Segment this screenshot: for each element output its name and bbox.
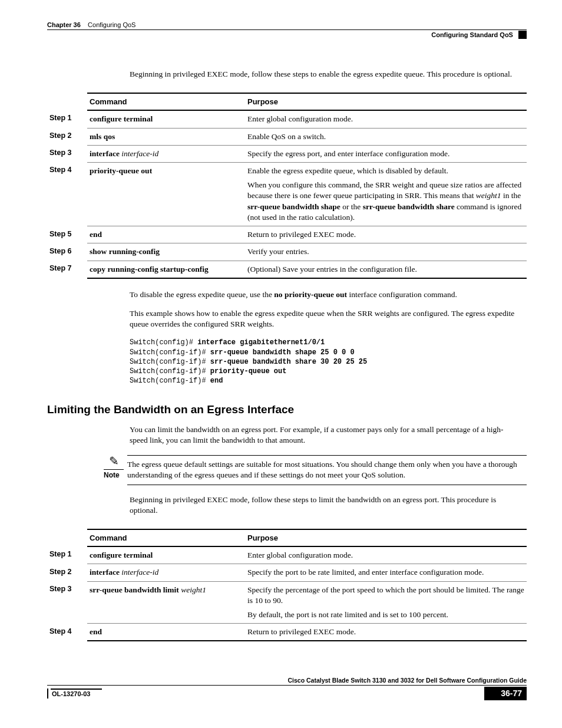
table-row: Step 1configure terminalEnter global con…: [47, 110, 527, 128]
purpose-cell: Enable QoS on a switch.: [245, 128, 527, 145]
chapter-prefix: Chapter 36: [47, 21, 81, 28]
section2-intro2: Beginning in privileged EXEC mode, follo…: [130, 495, 521, 516]
cli-example: Switch(config)# interface gigabitetherne…: [130, 338, 527, 386]
steps-table-2: Command Purpose Step 1configure terminal…: [47, 529, 527, 641]
chapter-title: Configuring QoS: [88, 21, 135, 28]
command-cell: show running-config: [87, 243, 245, 261]
purpose-cell: Enter global configuration mode.: [245, 110, 527, 128]
purpose-cell: Specify the egress port, and enter inter…: [245, 145, 527, 162]
footer-page-number: 36-77: [484, 687, 527, 700]
purpose-cell: Specify the port to be rate limited, and…: [245, 564, 527, 581]
th-purpose-2: Purpose: [245, 529, 527, 546]
section-heading-limiting: Limiting the Bandwidth on an Egress Inte…: [47, 403, 527, 416]
command-cell: end: [87, 624, 245, 641]
command-cell: configure terminal: [87, 110, 245, 128]
table-row: Step 5endReturn to privileged EXEC mode.: [47, 226, 527, 243]
command-cell: srr-queue bandwidth limit weight1: [87, 581, 245, 624]
th-command-2: Command: [87, 529, 245, 546]
table-row: Step 6show running-configVerify your ent…: [47, 243, 527, 261]
purpose-cell: (Optional) Save your entries in the conf…: [245, 261, 527, 278]
step-label: Step 1: [47, 546, 87, 564]
table-row: Step 7copy running-config startup-config…: [47, 261, 527, 278]
footer-guide-title: Cisco Catalyst Blade Switch 3130 and 303…: [47, 677, 527, 686]
note-text: The egress queue default settings are su…: [127, 455, 527, 485]
after-table-p1: To disable the egress expedite queue, us…: [130, 289, 521, 300]
step-label: Step 3: [47, 145, 87, 162]
step-label: Step 3: [47, 581, 87, 624]
purpose-cell: Enable the egress expedite queue, which …: [245, 162, 527, 226]
chapter-line: Chapter 36 Configuring QoS: [47, 21, 527, 28]
table-row: Step 3srr-queue bandwidth limit weight1S…: [47, 581, 527, 624]
table-row: Step 1configure terminalEnter global con…: [47, 546, 527, 564]
table-row: Step 2interface interface-idSpecify the …: [47, 564, 527, 581]
section-header: Configuring Standard QoS: [47, 31, 527, 39]
command-cell: mls qos: [87, 128, 245, 145]
step-label: Step 4: [47, 162, 87, 226]
step-label: Step 2: [47, 564, 87, 581]
command-cell: interface interface-id: [87, 564, 245, 581]
step-label: Step 4: [47, 624, 87, 641]
purpose-cell: Return to privileged EXEC mode.: [245, 226, 527, 243]
th-command: Command: [87, 93, 245, 110]
purpose-cell: Return to privileged EXEC mode.: [245, 624, 527, 641]
step-label: Step 2: [47, 128, 87, 145]
table-row: Step 3interface interface-idSpecify the …: [47, 145, 527, 162]
purpose-cell: Enter global configuration mode.: [245, 546, 527, 564]
footer: Cisco Catalyst Blade Switch 3130 and 303…: [47, 677, 527, 700]
command-cell: end: [87, 226, 245, 243]
footer-doc-id: OL-13270-03: [51, 689, 102, 697]
section-header-text: Configuring Standard QoS: [431, 31, 513, 38]
header-rule: Chapter 36 Configuring QoS: [47, 21, 527, 30]
step-label: Step 1: [47, 110, 87, 128]
pencil-icon: ✎: [104, 455, 124, 470]
command-cell: configure terminal: [87, 546, 245, 564]
step-label: Step 7: [47, 261, 87, 278]
th-purpose: Purpose: [245, 93, 527, 110]
command-cell: interface interface-id: [87, 145, 245, 162]
steps-table-1: Command Purpose Step 1configure terminal…: [47, 93, 527, 278]
table-row: Step 2mls qosEnable QoS on a switch.: [47, 128, 527, 145]
section2-intro: You can limit the bandwidth on an egress…: [130, 424, 521, 446]
step-label: Step 6: [47, 243, 87, 261]
purpose-cell: Verify your entries.: [245, 243, 527, 261]
note-block: ✎ Note The egress queue default settings…: [130, 455, 527, 485]
table-row: Step 4priority-queue outEnable the egres…: [47, 162, 527, 226]
note-label: Note: [104, 471, 127, 479]
table-row: Step 4endReturn to privileged EXEC mode.: [47, 624, 527, 641]
footer-doc-id-wrap: OL-13270-03: [47, 689, 102, 699]
step-label: Step 5: [47, 226, 87, 243]
command-cell: priority-queue out: [87, 162, 245, 226]
purpose-cell: Specify the percentage of the port speed…: [245, 581, 527, 624]
intro-paragraph-1: Beginning in privileged EXEC mode, follo…: [130, 69, 521, 80]
after-table-p2: This example shows how to enable the egr…: [130, 308, 521, 330]
command-cell: copy running-config startup-config: [87, 261, 245, 278]
